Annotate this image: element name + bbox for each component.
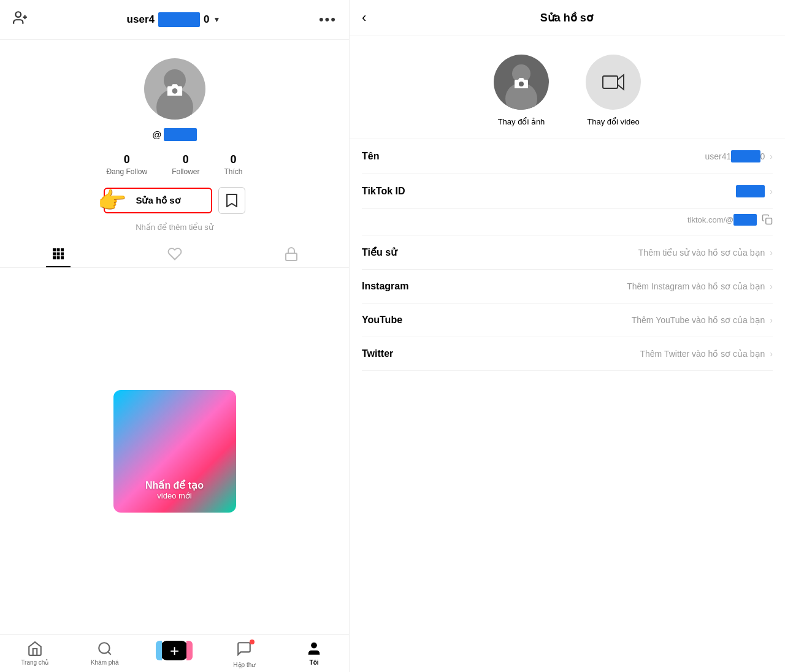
right-panel-title: Sửa hồ sơ [378,11,754,25]
tiktokid-chevron-icon: › [770,186,773,196]
change-photo-option[interactable]: Thay đổi ảnh [494,55,549,126]
tab-private[interactable] [232,246,349,267]
lock-icon [284,246,297,261]
form-row-twitter[interactable]: Twitter Thêm Twitter vào hồ sơ của bạn › [362,337,773,371]
svg-rect-10 [53,256,56,259]
followers-count: 0 [183,153,189,166]
form-row-name[interactable]: Tên user41 0 › [362,139,773,174]
svg-point-14 [99,643,109,653]
username-display: user4 0 ▼ [127,12,221,27]
bio-value: Thêm tiểu sử vào hồ sơ của bạn › [638,248,773,258]
tiktok-url-row[interactable]: tiktok.com/@ [362,209,773,235]
copy-icon[interactable] [762,214,773,225]
svg-point-0 [15,12,21,17]
form-row-youtube[interactable]: YouTube Thêm YouTube vào hồ sơ của bạn › [362,304,773,337]
profile-section: @ 0 Đang Follow 0 Follower 0 Thích 👉 Sửa… [0,40,349,232]
svg-point-3 [172,88,177,94]
nav-home-label: Trang chủ [21,659,48,666]
form-row-instagram[interactable]: Instagram Thêm Instagram vào hồ sơ của b… [362,270,773,304]
more-options-icon[interactable]: ••• [319,12,337,28]
create-video-line1: Nhấn để tạo [145,479,204,491]
camera-icon [166,82,183,96]
twitter-label: Twitter [362,348,417,359]
add-user-icon[interactable] [12,10,28,29]
create-video-text: Nhấn để tạo video mới [145,479,204,513]
tiktokid-redact [736,185,765,197]
finger-pointer-icon: 👉 [98,187,126,214]
avatar[interactable] [144,58,205,120]
change-video-avatar [586,55,641,110]
bookmark-button[interactable] [218,187,245,214]
youtube-label: YouTube [362,315,417,326]
right-panel: ‹ Sửa hồ sơ Thay đổi ảnh Thay đổi [350,0,785,672]
svg-marker-19 [618,75,624,90]
stat-followers[interactable]: 0 Follower [172,153,199,176]
form-section: Tên user41 0 › TikTok ID › tiktok.com/@ [350,139,785,371]
right-header: ‹ Sửa hồ sơ [350,0,785,36]
bio-label: Tiểu sử [362,246,417,258]
nav-inbox[interactable]: Hộp thư [209,641,279,668]
username-area[interactable]: user4 0 ▼ [127,12,221,27]
tab-liked[interactable] [117,246,233,267]
avatar-options-section: Thay đổi ảnh Thay đổi video [350,36,785,139]
stat-following[interactable]: 0 Đang Follow [106,153,147,176]
svg-rect-13 [286,253,297,261]
twitter-value-text: Thêm Twitter vào hồ sơ của bạn [640,349,765,359]
create-video-card[interactable]: Nhấn để tạo video mới [113,390,236,513]
svg-point-16 [312,643,317,648]
instagram-value-text: Thêm Instagram vào hồ sơ của bạn [627,281,765,291]
create-video-line2: video mới [145,491,204,500]
bottom-nav: Trang chủ Khám phá + Hộp thư [0,634,349,672]
name-value: user41 0 › [705,150,773,162]
svg-rect-5 [56,248,59,251]
likes-label: Thích [224,167,243,176]
svg-line-15 [108,652,111,655]
svg-rect-12 [61,256,64,259]
instagram-chevron-icon: › [770,281,773,291]
youtube-value: Thêm YouTube vào hồ sơ của bạn › [632,315,773,325]
svg-rect-9 [61,253,64,256]
grid-icon [51,246,66,261]
content-area: Nhấn để tạo video mới [0,268,349,634]
form-row-tiktokid[interactable]: TikTok ID › [362,174,773,209]
instagram-label: Instagram [362,281,417,292]
bio-chevron-icon: › [770,248,773,258]
stat-likes[interactable]: 0 Thích [224,153,243,176]
nav-profile[interactable]: Tôi [279,641,349,668]
nav-inbox-label: Hộp thư [233,662,255,668]
back-button[interactable]: ‹ [362,10,366,26]
form-row-bio[interactable]: Tiểu sử Thêm tiểu sử vào hồ sơ của bạn › [362,235,773,270]
name-text: user41 0 [705,150,765,162]
chevron-down-icon: ▼ [213,15,220,24]
likes-count: 0 [231,153,237,166]
tab-grid[interactable] [0,246,117,267]
svg-rect-8 [56,253,59,256]
svg-rect-4 [53,248,56,251]
tabs-row [0,246,349,268]
search-icon [97,641,113,657]
svg-point-17 [519,82,524,86]
svg-rect-18 [603,76,618,88]
nav-home[interactable]: Trang chủ [0,641,70,668]
svg-rect-7 [53,253,56,256]
create-plus-button[interactable]: + [161,641,188,660]
change-video-label: Thay đổi video [587,117,639,126]
stats-row: 0 Đang Follow 0 Follower 0 Thích [106,153,242,176]
youtube-value-text: Thêm YouTube vào hồ sơ của bạn [632,315,765,325]
change-photo-avatar [494,55,549,110]
following-label: Đang Follow [106,167,147,176]
change-video-option[interactable]: Thay đổi video [586,55,641,126]
svg-rect-11 [56,256,59,259]
tiktokid-value: › [736,185,773,197]
inbox-badge-dot [250,640,255,644]
tiktok-url-text: tiktok.com/@ [687,215,757,224]
profile-buttons: 👉 Sửa hồ sơ [91,187,257,214]
bio-placeholder[interactable]: Nhấn để thêm tiểu sử [136,223,213,232]
youtube-chevron-icon: › [770,315,773,325]
nav-create[interactable]: + [140,641,210,668]
video-icon [602,74,624,91]
twitter-chevron-icon: › [770,349,773,359]
nav-discover[interactable]: Khám phá [70,641,140,668]
following-count: 0 [124,153,130,166]
username-at-display: @ [152,128,197,141]
